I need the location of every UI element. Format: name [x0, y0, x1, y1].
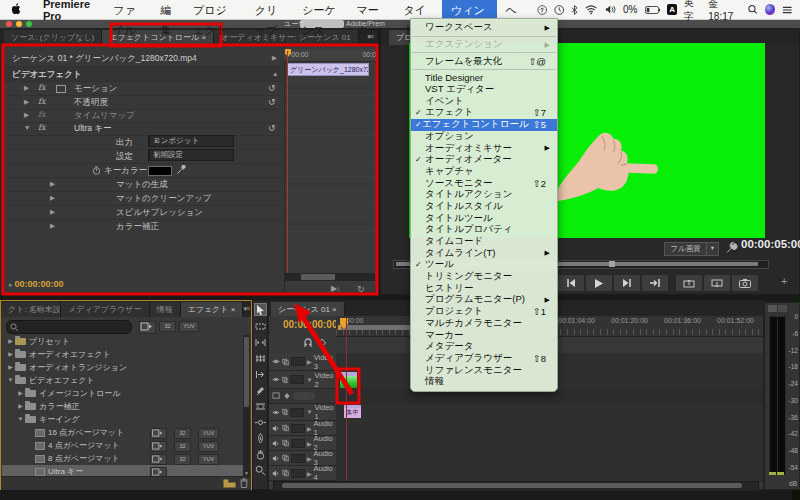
- tab-project[interactable]: クト: 名称未設定: [1, 302, 61, 317]
- collapse-arrow-icon[interactable]: ▼: [24, 121, 30, 135]
- window-menu-item[interactable]: [412, 69, 556, 70]
- expand-arrow-icon[interactable]: ▶: [24, 81, 29, 95]
- window-menu-item[interactable]: リファレンスモニター: [411, 364, 557, 376]
- window-menu-item[interactable]: ✓ エフェクトコントロール ⇧5: [411, 119, 557, 131]
- fx-badge-icon[interactable]: fx: [38, 81, 45, 95]
- battery-icon[interactable]: [645, 5, 661, 15]
- window-menu-item[interactable]: フレームを最大化 ⇧@: [411, 55, 557, 67]
- effects-tree-row[interactable]: Ultra キー 32 YUV: [2, 465, 243, 476]
- window-menu-item[interactable]: イベント: [411, 95, 557, 107]
- zoom-window-icon[interactable]: [26, 21, 32, 27]
- notification-center-icon[interactable]: [782, 5, 792, 15]
- tree-arrow-icon[interactable]: ▶: [6, 348, 15, 361]
- window-menu-item[interactable]: ワークスペース ▶: [411, 22, 557, 34]
- audio4-track-header[interactable]: ▶ Audio 4: [269, 466, 336, 481]
- audio4-track[interactable]: [336, 466, 763, 482]
- window-menu-item[interactable]: ✓ オーディオメーター: [411, 154, 557, 166]
- scrollbar-thumb[interactable]: [282, 483, 742, 488]
- ripple-edit-tool[interactable]: [255, 337, 266, 348]
- collapse-track-icon[interactable]: ▼: [306, 409, 312, 415]
- settings-wrench-icon[interactable]: [725, 241, 738, 254]
- video1-track[interactable]: [336, 404, 763, 422]
- mini-cti-line[interactable]: [287, 51, 288, 273]
- siri-icon[interactable]: [765, 4, 775, 15]
- sync-lock-icon[interactable]: [282, 408, 289, 416]
- group-row-matte-generation[interactable]: ▶ マットの生成: [4, 177, 283, 192]
- group-row-spill-suppression[interactable]: ▶ スピルサプレッション: [4, 205, 283, 220]
- filter-yuv-icon[interactable]: YUV: [179, 321, 199, 332]
- menu-bar-item[interactable]: シーケンス: [293, 0, 347, 20]
- window-menu-item[interactable]: キャプチャ: [411, 166, 557, 178]
- hand-tool[interactable]: [255, 449, 266, 460]
- sync-lock-icon[interactable]: [282, 358, 289, 366]
- show-timeline-view-icon[interactable]: ▶: [272, 51, 277, 65]
- video-effects-header[interactable]: ビデオエフェクト ▲: [4, 67, 283, 82]
- expand-track-icon[interactable]: ▶: [307, 358, 312, 365]
- tree-arrow-icon[interactable]: ▶: [16, 387, 25, 400]
- effect-panel-timecode[interactable]: ▸ 00:00:00:00: [9, 279, 64, 289]
- output-dropdown[interactable]: コンポジット▼: [148, 135, 234, 147]
- audio1-track[interactable]: [336, 421, 763, 437]
- video2-track-header[interactable]: ▼ Video 2: [269, 371, 336, 389]
- snap-icon[interactable]: [303, 338, 313, 348]
- window-menu-item[interactable]: タイムコード: [411, 236, 557, 248]
- track-lock-toggle[interactable]: [291, 424, 305, 433]
- window-menu-item[interactable]: [412, 52, 556, 53]
- goto-next-edit-button[interactable]: [641, 274, 669, 292]
- tree-arrow-icon[interactable]: ▶: [6, 361, 15, 374]
- effects-tree-row[interactable]: ▶ オーディオトランジション 32 YUV: [2, 361, 243, 374]
- menu-bar-item[interactable]: クリップ: [246, 0, 293, 20]
- window-menu-item[interactable]: ✓ エフェクト ⇧7: [411, 107, 557, 119]
- expand-arrow-icon[interactable]: ▶: [50, 191, 55, 205]
- time-machine-icon[interactable]: [554, 4, 564, 16]
- slide-tool[interactable]: [255, 417, 266, 428]
- step-back-button[interactable]: [557, 274, 585, 292]
- setting-dropdown[interactable]: 初期設定▼: [148, 149, 234, 161]
- track-lock-toggle[interactable]: [290, 408, 304, 417]
- group-row-color-correction[interactable]: ▶ カラー補正: [4, 219, 283, 233]
- window-menu-item[interactable]: プロジェクト ⇧1: [411, 306, 557, 318]
- keyframe-nav[interactable]: ◦: [293, 392, 315, 400]
- effects-tree-row[interactable]: ▼ ビデオエフェクト 32 YUV: [2, 374, 243, 387]
- expand-track-icon[interactable]: ▶: [307, 470, 312, 477]
- sync-lock-icon[interactable]: [282, 376, 289, 384]
- ime-badge-icon[interactable]: A: [667, 4, 677, 15]
- track-lock-toggle[interactable]: [291, 357, 305, 366]
- effects-tree-row[interactable]: ▶ プリセット 32 YUV: [2, 335, 243, 348]
- menu-bar-item[interactable]: プロジェクト: [184, 0, 246, 20]
- video3-track-header[interactable]: ▶ Video 3: [269, 353, 336, 371]
- new-bin-icon[interactable]: [223, 479, 236, 488]
- window-menu-item[interactable]: エクステンション ▶: [411, 39, 557, 51]
- window-menu-item[interactable]: 情報: [411, 376, 557, 388]
- set-marker-icon[interactable]: [317, 338, 327, 348]
- rate-stretch-tool[interactable]: [255, 369, 266, 380]
- sync-lock-icon[interactable]: [282, 454, 289, 462]
- expand-track-icon[interactable]: ▶: [307, 425, 312, 432]
- audio2-track[interactable]: [336, 436, 763, 452]
- scrollbar-thumb[interactable]: [244, 337, 249, 407]
- extract-button[interactable]: [703, 274, 731, 292]
- zoom-tool[interactable]: [255, 465, 266, 476]
- window-menu-item[interactable]: オーディオミキサー ▶: [411, 142, 557, 154]
- timeline-timecode[interactable]: 00:00:00:00: [283, 319, 337, 330]
- menu-bar-item[interactable]: ウィンドウ: [442, 0, 497, 20]
- cloud-upload-icon[interactable]: [537, 4, 547, 16]
- expand-track-icon[interactable]: ▶: [307, 440, 312, 447]
- tab-effects[interactable]: エフェクト ×: [181, 302, 244, 317]
- collapse-track-icon[interactable]: ▼: [306, 377, 312, 383]
- track-select-tool[interactable]: [255, 321, 266, 332]
- window-menu-item[interactable]: タイムライン(T) ▶: [411, 247, 557, 259]
- cti-line[interactable]: [346, 318, 347, 481]
- window-menu-item[interactable]: トリミングモニター: [411, 271, 557, 283]
- clip-title-row[interactable]: シーケンス 01 * グリーンバック_1280x720.mp4 ▶: [4, 51, 283, 67]
- expand-track-icon[interactable]: ▶: [307, 455, 312, 462]
- menu-bar-item[interactable]: マーカー: [348, 0, 395, 20]
- window-menu-item[interactable]: タイトルツール: [411, 212, 557, 224]
- panel-menu-icon[interactable]: ▾≡: [243, 305, 251, 313]
- apple-icon[interactable]: [0, 3, 33, 16]
- tab-sequence[interactable]: シーケンス 01 ×: [271, 302, 345, 317]
- toggle-track-output-icon[interactable]: [272, 376, 280, 383]
- reset-effect-icon[interactable]: ↺: [268, 121, 276, 135]
- window-menu-item[interactable]: ヒストリー: [411, 282, 557, 294]
- expand-arrow-icon[interactable]: ▶: [50, 177, 55, 191]
